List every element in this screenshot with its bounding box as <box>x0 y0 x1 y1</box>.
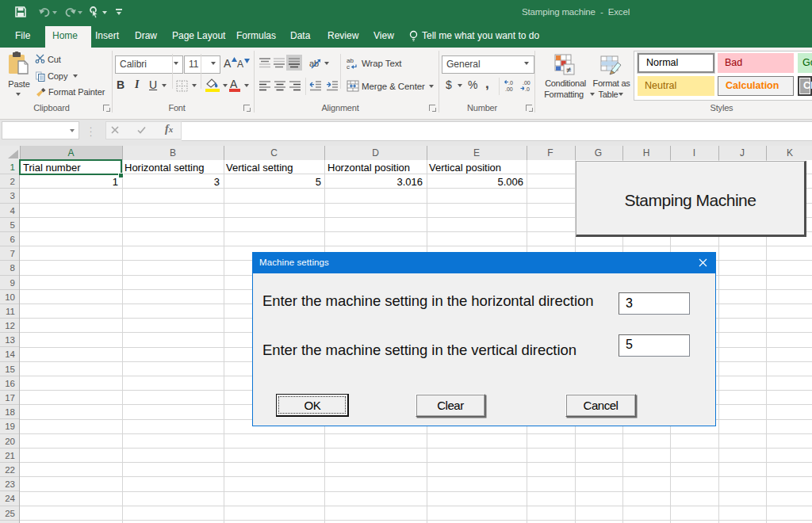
svg-text:c: c <box>347 63 350 70</box>
svg-text:≠: ≠ <box>566 65 571 74</box>
svg-text:.0: .0 <box>525 86 530 92</box>
svg-text:.00: .00 <box>505 86 513 92</box>
svg-text:.0: .0 <box>508 80 513 86</box>
svg-text:ab: ab <box>309 59 319 68</box>
svg-text:.00: .00 <box>523 80 530 86</box>
